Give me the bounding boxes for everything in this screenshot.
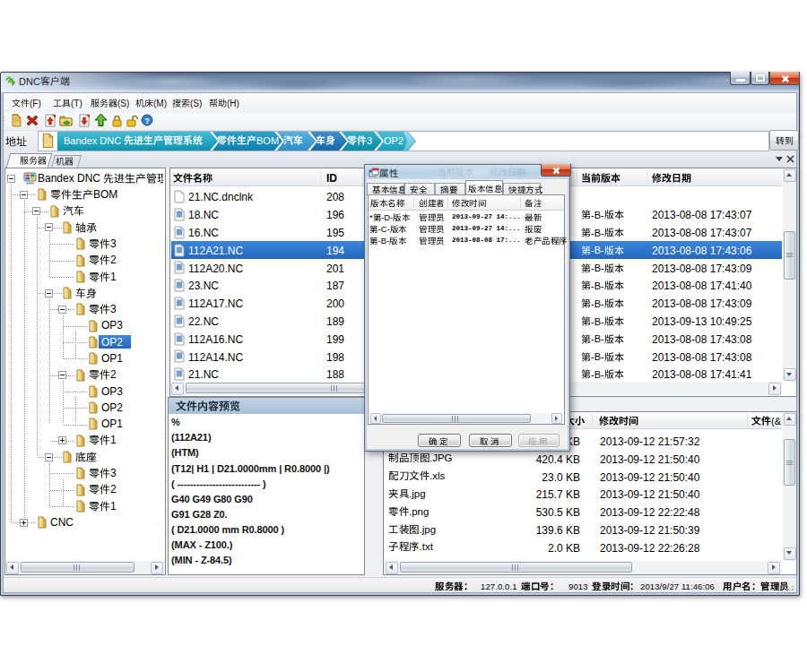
svg-text:?: ? <box>144 116 150 125</box>
